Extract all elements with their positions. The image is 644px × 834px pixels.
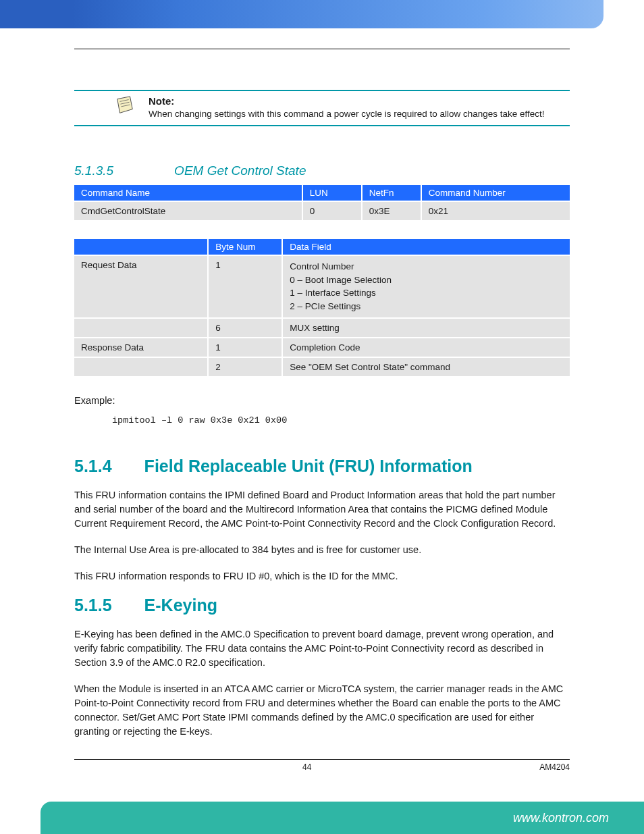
section-515-p1: E-Keying has been defined in the AMC.0 S… — [74, 627, 570, 670]
td-r0c0: Request Data — [74, 255, 208, 317]
data-table: Byte Num Data Field Request Data 1 Contr… — [74, 239, 570, 375]
td-cmd-name: CmdGetControlState — [74, 201, 302, 220]
td-r1c2: MUX setting — [282, 318, 570, 338]
subsection-title: OEM Get Control State — [174, 163, 306, 178]
th-bytenum: Byte Num — [208, 239, 282, 255]
subsection-heading: 5.1.3.5 OEM Get Control State — [74, 163, 570, 178]
th-blank — [74, 239, 208, 255]
section-514-title: Field Replaceable Unit (FRU) Information — [144, 457, 473, 476]
footer-rule — [74, 759, 570, 760]
th-cmd-name: Command Name — [74, 185, 302, 201]
td-r3c1: 2 — [208, 357, 282, 376]
td-r3c2: See "OEM Set Control State" command — [282, 357, 570, 376]
section-heading-514: 5.1.4 Field Replaceable Unit (FRU) Infor… — [74, 457, 570, 476]
th-cmd-num: Command Number — [421, 185, 570, 201]
td-r1c0 — [74, 318, 208, 338]
footer-row: 44 AM4204 — [0, 762, 644, 772]
note-title: Note: — [149, 95, 174, 107]
section-515-title: E-Keying — [144, 596, 217, 615]
command-table: Command Name LUN NetFn Command Number Cm… — [74, 185, 570, 220]
example-label: Example: — [74, 395, 570, 406]
section-514-p1: This FRU information contains the IPMI d… — [74, 488, 570, 531]
td-r3c0 — [74, 357, 208, 376]
footer-band: www.kontron.com — [41, 802, 644, 834]
footer-url: www.kontron.com — [513, 811, 609, 825]
note-icon — [113, 95, 136, 118]
section-514-p3: This FRU information responds to FRU ID … — [74, 569, 570, 583]
page-number: 44 — [302, 762, 311, 772]
header-band — [0, 0, 603, 28]
section-515-p2: When the Module is inserted in an ATCA A… — [74, 682, 570, 739]
note-box: Note: When changing settings with this c… — [74, 90, 570, 126]
note-rule-bottom — [74, 125, 570, 126]
td-r2c1: 1 — [208, 338, 282, 357]
section-514-num: 5.1.4 — [74, 457, 112, 476]
td-r2c0: Response Data — [74, 338, 208, 357]
td-lun: 0 — [302, 201, 362, 220]
example-code: ipmitool –l 0 raw 0x3e 0x21 0x00 — [112, 415, 570, 425]
section-heading-515: 5.1.5 E-Keying — [74, 596, 570, 615]
doc-code: AM4204 — [539, 762, 570, 772]
th-datafield: Data Field — [282, 239, 570, 255]
top-rule — [74, 49, 570, 49]
td-r1c1: 6 — [208, 318, 282, 338]
note-body-text: When changing settings with this command… — [149, 107, 545, 121]
section-514-p2: The Internal Use Area is pre-allocated t… — [74, 543, 570, 557]
td-netfn: 0x3E — [362, 201, 421, 220]
th-netfn: NetFn — [362, 185, 421, 201]
td-r0c1: 1 — [208, 255, 282, 317]
td-r0c2: Control Number 0 – Boot Image Selection … — [282, 255, 570, 317]
td-r2c2: Completion Code — [282, 338, 570, 357]
th-lun: LUN — [302, 185, 362, 201]
subsection-number: 5.1.3.5 — [74, 163, 113, 178]
section-515-num: 5.1.5 — [74, 596, 112, 615]
td-cmd-num: 0x21 — [421, 201, 570, 220]
